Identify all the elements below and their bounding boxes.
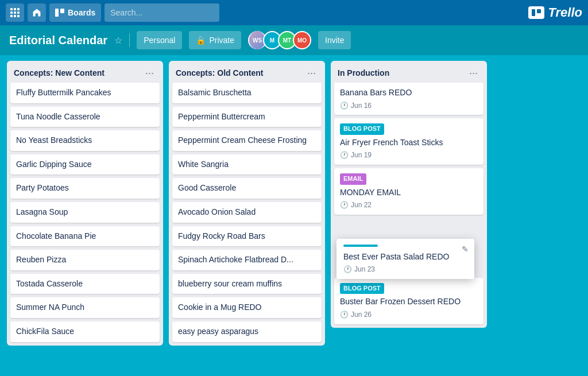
column-title-new: Concepts: New Content	[14, 68, 105, 77]
list-item[interactable]: Tuna Noodle Casserole	[10, 107, 160, 127]
popup-card[interactable]: ✎ Best Ever Pasta Salad REDO 🕐 Jun 23	[336, 239, 474, 279]
board-content: Concepts: New Content ··· Fluffy Butterm…	[0, 55, 588, 376]
list-item[interactable]: Tostada Casserole	[10, 274, 160, 294]
card-date: 🕐 Jun 26	[340, 310, 478, 320]
column-header-old: Concepts: Old Content ···	[169, 61, 325, 83]
column-cards-production: Banana Bars REDO 🕐 Jun 16 BLOG POST Air …	[331, 83, 487, 218]
private-button[interactable]: 🔒 Private	[189, 31, 241, 49]
trello-logo-icon	[528, 6, 544, 19]
top-navigation: Boards Trello	[0, 0, 588, 25]
popup-date: 🕐 Jun 23	[343, 265, 467, 273]
header-divider	[129, 33, 130, 47]
popup-title: Best Ever Pasta Salad REDO	[343, 251, 467, 263]
clock-icon: 🕐	[340, 310, 349, 320]
list-item[interactable]: Cookie in a Mug REDO	[172, 297, 322, 318]
app-switcher-button[interactable]	[6, 3, 24, 22]
list-item[interactable]: BLOG POST Buster Bar Frozen Dessert REDO…	[334, 278, 483, 324]
svg-rect-6	[10, 15, 13, 17]
svg-rect-5	[17, 11, 20, 14]
personal-button[interactable]: Personal	[137, 31, 182, 49]
list-item[interactable]: Fudgy Rocky Road Bars	[172, 226, 322, 247]
list-item[interactable]: ChickFila Sauce	[10, 321, 160, 342]
column-menu-button-new[interactable]: ···	[143, 67, 156, 79]
column-concepts-old: Concepts: Old Content ··· Balsamic Brusc…	[169, 61, 325, 346]
column-menu-button-production[interactable]: ···	[467, 67, 480, 79]
column-header-new: Concepts: New Content ···	[7, 61, 163, 83]
svg-rect-4	[14, 11, 16, 14]
list-item[interactable]: Peppermint Buttercream	[172, 107, 322, 127]
home-button[interactable]	[28, 3, 46, 22]
clock-icon: 🕐	[340, 200, 349, 210]
trello-wordmark: Trello	[548, 5, 582, 20]
svg-rect-3	[10, 11, 13, 14]
personal-label: Personal	[144, 36, 175, 45]
list-item[interactable]: Banana Bars REDO 🕐 Jun 16	[334, 83, 483, 115]
svg-rect-0	[10, 8, 13, 10]
svg-rect-2	[17, 8, 20, 10]
list-item[interactable]: Fluffy Buttermilk Pancakes	[10, 83, 160, 103]
list-item[interactable]: Balsamic Bruschetta	[172, 83, 322, 103]
boards-button[interactable]: Boards	[49, 3, 101, 22]
list-item[interactable]: Garlic Dipping Sauce	[10, 154, 160, 175]
card-date: 🕐 Jun 16	[340, 101, 478, 111]
blog-post-badge: BLOG POST	[340, 123, 384, 134]
column-header-production: In Production ···	[331, 61, 487, 83]
list-item[interactable]: EMAIL MONDAY EMAIL 🕐 Jun 22	[334, 168, 483, 215]
svg-rect-9	[55, 9, 59, 17]
list-item[interactable]: Lasagna Soup	[10, 202, 160, 223]
list-item[interactable]: Summer NA Punch	[10, 297, 160, 318]
clock-icon: 🕐	[343, 265, 352, 273]
list-item[interactable]: easy peasy asparagus	[172, 321, 322, 342]
list-item[interactable]: BLOG POST Air Fryer French Toast Sticks …	[334, 118, 483, 165]
svg-rect-10	[60, 9, 64, 13]
boards-label: Boards	[68, 8, 95, 17]
invite-label: Invite	[325, 36, 344, 45]
list-item[interactable]: White Sangria	[172, 154, 322, 175]
svg-rect-1	[14, 8, 16, 10]
star-icon[interactable]: ☆	[114, 35, 122, 46]
lock-icon: 🔒	[196, 36, 206, 45]
list-item[interactable]: Good Casserole	[172, 178, 322, 199]
svg-rect-11	[532, 9, 535, 16]
board-title: Editorial Calendar	[9, 34, 107, 47]
email-badge: EMAIL	[340, 173, 366, 184]
list-item[interactable]: Peppermint Cream Cheese Frosting	[172, 130, 322, 151]
column-in-production: In Production ··· Banana Bars REDO 🕐 Jun…	[331, 61, 487, 328]
clock-icon: 🕐	[340, 150, 349, 160]
column-concepts-new: Concepts: New Content ··· Fluffy Butterm…	[7, 61, 163, 346]
column-menu-button-old[interactable]: ···	[305, 67, 318, 79]
trello-logo: Trello	[528, 5, 582, 20]
card-date: 🕐 Jun 19	[340, 150, 478, 160]
avatar-group: WS M MT MO	[248, 31, 311, 49]
column-cards-old: Balsamic Bruschetta Peppermint Buttercre…	[169, 83, 325, 346]
svg-rect-12	[537, 9, 541, 13]
card-popup: ✎ Best Ever Pasta Salad REDO 🕐 Jun 23	[314, 256, 474, 279]
search-input[interactable]	[105, 3, 219, 22]
invite-button[interactable]: Invite	[318, 31, 351, 49]
card-date: 🕐 Jun 22	[340, 200, 478, 210]
avatar-mo[interactable]: MO	[293, 31, 311, 49]
board-header: Editorial Calendar ☆ Personal 🔒 Private …	[0, 25, 588, 55]
column-title-production: In Production	[338, 68, 389, 77]
list-item[interactable]: blueberry sour cream muffins	[172, 274, 322, 294]
clock-icon: 🕐	[340, 101, 349, 111]
blog-post-badge-2: BLOG POST	[340, 283, 384, 294]
edit-icon[interactable]: ✎	[462, 245, 469, 254]
svg-rect-7	[14, 15, 16, 17]
list-item[interactable]: No Yeast Breadsticks	[10, 130, 160, 151]
list-item[interactable]: Chocolate Banana Pie	[10, 226, 160, 247]
private-label: Private	[209, 36, 234, 45]
svg-rect-8	[17, 15, 20, 17]
popup-color-bar	[343, 245, 378, 247]
column-title-old: Concepts: Old Content	[176, 68, 263, 77]
list-item[interactable]: Avocado Onion Salad	[172, 202, 322, 223]
list-item[interactable]: Reuben Pizza	[10, 250, 160, 270]
list-item[interactable]: Spinach Artichoke Flatbread D...	[172, 250, 322, 270]
column-cards-new: Fluffy Buttermilk Pancakes Tuna Noodle C…	[7, 83, 163, 346]
list-item[interactable]: Party Potatoes	[10, 178, 160, 199]
